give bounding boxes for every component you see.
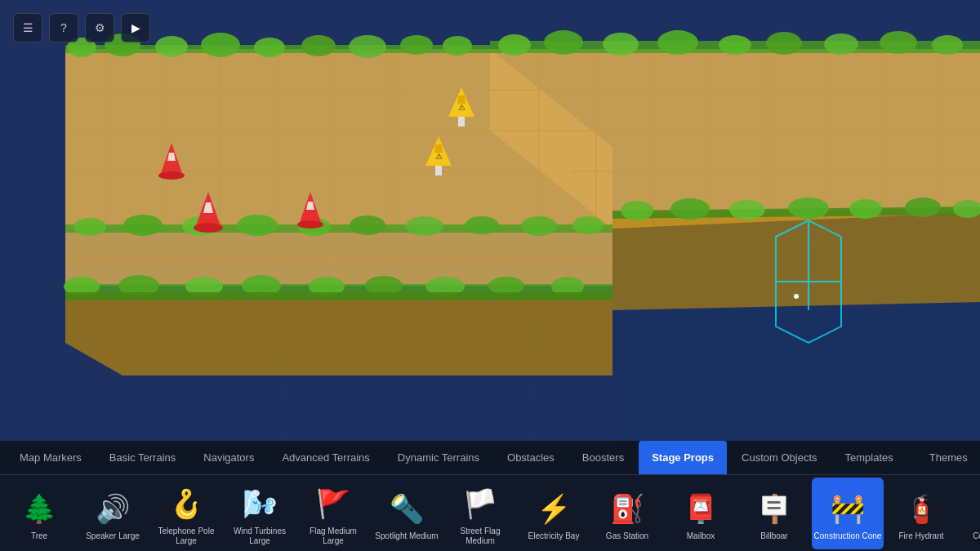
gas-station-icon: ⛽ xyxy=(606,487,648,530)
terrain-canvas: ⚠ ⚠ xyxy=(0,0,980,441)
svg-point-74 xyxy=(350,216,385,235)
wind-turbines-large-icon: 🌬️ xyxy=(238,482,281,525)
settings-button[interactable]: ⚙ xyxy=(85,13,114,42)
item-fire-hydrant[interactable]: 🧯Fire Hydrant xyxy=(885,478,957,549)
spotlight-medium-icon: 🔦 xyxy=(385,487,428,530)
svg-point-115 xyxy=(788,198,829,219)
svg-rect-135 xyxy=(458,117,465,127)
electricity-bay-icon: ⚡ xyxy=(532,487,575,530)
tab-stage-props[interactable]: Stage Props xyxy=(639,441,727,475)
svg-point-57 xyxy=(443,36,472,56)
help-button[interactable]: ? xyxy=(49,13,78,42)
tab-themes[interactable]: Themes xyxy=(916,441,980,475)
construction-cone-label: Construction Cone xyxy=(814,531,882,541)
svg-marker-102 xyxy=(612,208,980,310)
item-gas-station[interactable]: ⛽Gas Station xyxy=(591,478,663,549)
tab-map-markers[interactable]: Map Markers xyxy=(7,441,95,475)
svg-point-59 xyxy=(498,34,531,56)
spotlight-medium-label: Spotlight Medium xyxy=(375,531,438,541)
speaker-large-icon: 🔊 xyxy=(91,487,134,530)
telephone-pole-large-icon: 🪝 xyxy=(165,482,207,525)
gas-station-label: Gas Station xyxy=(606,531,648,541)
svg-point-114 xyxy=(729,200,765,220)
svg-point-65 xyxy=(824,33,858,55)
svg-point-55 xyxy=(349,35,386,58)
tab-bar: Map MarkersBasic TerrainsNavigatorsAdvan… xyxy=(0,441,980,475)
svg-rect-119 xyxy=(612,310,980,441)
svg-point-77 xyxy=(521,216,557,236)
tab-templates[interactable]: Templates xyxy=(832,441,906,475)
tab-boosters[interactable]: Boosters xyxy=(569,441,637,475)
item-speaker-large[interactable]: 🔊Speaker Large xyxy=(77,478,149,549)
tab-basic-terrains[interactable]: Basic Terrains xyxy=(96,441,189,475)
item-billboar[interactable]: 🪧Billboar xyxy=(738,478,810,549)
bottom-panel: Map MarkersBasic TerrainsNavigatorsAdvan… xyxy=(0,441,980,551)
speaker-large-label: Speaker Large xyxy=(86,531,140,541)
item-telephone-pole-large[interactable]: 🪝Telephone Pole Large xyxy=(150,478,222,549)
svg-point-52 xyxy=(201,33,240,57)
game-viewport[interactable]: ☰ ? ⚙ ▶ xyxy=(0,0,980,441)
svg-point-64 xyxy=(766,32,802,55)
tab-navigators[interactable]: Navigators xyxy=(190,441,267,475)
electricity-bay-label: Electricity Bay xyxy=(528,531,580,541)
svg-point-70 xyxy=(123,215,163,236)
svg-point-60 xyxy=(544,30,583,55)
tree-label: Tree xyxy=(31,531,47,541)
fire-hydrant-label: Fire Hydrant xyxy=(898,531,943,541)
svg-text:⚠: ⚠ xyxy=(458,103,466,112)
item-street-flag-medium[interactable]: 🏳️Street Flag Medium xyxy=(444,478,516,549)
svg-point-54 xyxy=(301,35,336,56)
item-tree[interactable]: 🌲Tree xyxy=(3,478,75,549)
telephone-pole-large-label: Telephone Pole Large xyxy=(152,527,220,546)
flag-medium-large-label: Flag Medium Large xyxy=(299,527,368,546)
svg-point-125 xyxy=(158,171,185,180)
item-mailbox[interactable]: 📮Mailbox xyxy=(665,478,737,549)
top-toolbar: ☰ ? ⚙ ▶ xyxy=(13,13,150,42)
svg-point-76 xyxy=(465,216,499,234)
svg-point-61 xyxy=(603,33,639,56)
item-spotlight-medium[interactable]: 🔦Spotlight Medium xyxy=(371,478,443,549)
tab-custom-objects[interactable]: Custom Objects xyxy=(728,441,830,475)
tab-dynamic-terrains[interactable]: Dynamic Terrains xyxy=(385,441,492,475)
svg-point-116 xyxy=(849,199,882,219)
flag-medium-large-icon: 🚩 xyxy=(312,482,354,525)
billboar-icon: 🪧 xyxy=(753,487,795,530)
control-tower-label: Control To... xyxy=(973,531,980,541)
svg-point-62 xyxy=(657,30,698,55)
svg-marker-101 xyxy=(65,292,612,300)
svg-point-131 xyxy=(297,220,323,229)
item-wind-turbines-large[interactable]: 🌬️Wind Turbines Large xyxy=(224,478,296,549)
svg-point-117 xyxy=(905,198,941,217)
item-construction-cone[interactable]: 🚧Construction Cone xyxy=(812,478,884,549)
svg-point-56 xyxy=(400,35,433,55)
svg-point-78 xyxy=(572,216,604,234)
svg-point-128 xyxy=(194,223,223,233)
tree-icon: 🌲 xyxy=(18,487,60,530)
tab-obstacles[interactable]: Obstacles xyxy=(494,441,568,475)
play-button[interactable]: ▶ xyxy=(121,13,150,42)
menu-button[interactable]: ☰ xyxy=(13,13,42,42)
item-control-tower[interactable]: 🗼Control To... xyxy=(959,478,980,549)
svg-point-87 xyxy=(488,277,524,295)
svg-point-75 xyxy=(406,216,443,236)
fire-hydrant-icon: 🧯 xyxy=(900,487,942,530)
svg-rect-139 xyxy=(435,166,442,176)
svg-point-69 xyxy=(74,218,106,236)
wind-turbines-large-label: Wind Turbines Large xyxy=(225,527,294,546)
mailbox-label: Mailbox xyxy=(687,531,715,541)
street-flag-medium-icon: 🏳️ xyxy=(459,482,501,525)
svg-point-67 xyxy=(932,35,963,55)
street-flag-medium-label: Street Flag Medium xyxy=(446,527,514,546)
svg-point-72 xyxy=(237,215,278,236)
svg-text:⚠: ⚠ xyxy=(435,152,443,161)
item-electricity-bay[interactable]: ⚡Electricity Bay xyxy=(518,478,590,549)
svg-point-63 xyxy=(719,35,751,55)
svg-point-51 xyxy=(155,36,188,57)
items-row: 🌲Tree🔊Speaker Large🪝Telephone Pole Large… xyxy=(0,475,980,551)
tab-advanced-terrains[interactable]: Advanced Terrains xyxy=(269,441,382,475)
svg-point-53 xyxy=(254,38,285,57)
svg-point-112 xyxy=(621,201,653,220)
svg-point-66 xyxy=(880,31,917,54)
control-tower-icon: 🗼 xyxy=(973,487,980,530)
item-flag-medium-large[interactable]: 🚩Flag Medium Large xyxy=(297,478,369,549)
